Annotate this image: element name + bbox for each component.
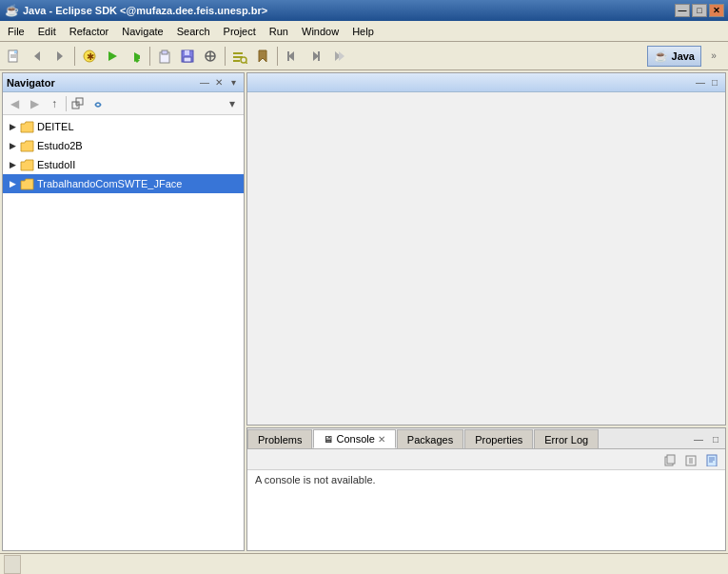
toolbar-tools-button[interactable] — [200, 46, 221, 67]
tab-errorlog[interactable]: Error Log — [534, 429, 599, 448]
navigator-view-menu-button[interactable]: ▾ — [226, 76, 240, 89]
tree-item-trabalhando[interactable]: ▶ TrabalhandoComSWTE_JFace — [3, 174, 244, 193]
svg-line-22 — [246, 62, 247, 64]
menu-file[interactable]: File — [2, 24, 30, 39]
menu-help[interactable]: Help — [346, 24, 380, 39]
console-copy-button[interactable] — [660, 451, 679, 468]
tab-properties[interactable]: Properties — [464, 429, 533, 448]
tree-item-estudo2b[interactable]: ▶ Estudo2B — [3, 136, 244, 155]
navigator-panel-controls: — ✕ ▾ — [198, 76, 240, 89]
svg-rect-11 — [162, 50, 167, 54]
tab-problems[interactable]: Problems — [247, 429, 312, 448]
close-button[interactable]: ✕ — [709, 4, 724, 17]
nav-collapse-button[interactable] — [69, 94, 88, 113]
editor-minimize-button[interactable]: — — [694, 76, 707, 89]
tree-item-deitel[interactable]: ▶ DEITEL — [3, 117, 244, 136]
toolbar-clipboard-button[interactable] — [154, 46, 175, 67]
toolbar-bookmark-button[interactable] — [252, 46, 273, 67]
console-content: A console is not available. — [247, 470, 725, 550]
console-toolbar-bar — [247, 449, 725, 470]
nav-forward-button[interactable]: ▶ — [25, 94, 44, 113]
console-message: A console is not available. — [255, 474, 376, 485]
toolbar-sep-4 — [277, 47, 278, 66]
deitel-toggle[interactable]: ▶ — [7, 121, 18, 132]
toolbar-overflow-button[interactable]: » — [703, 46, 724, 67]
status-bar-left — [4, 555, 724, 574]
toolbar-prev-button[interactable] — [282, 46, 303, 67]
toolbar-search-button[interactable] — [229, 46, 250, 67]
bottom-panel: Problems 🖥 Console ✕ Packages Properties — [246, 427, 726, 551]
svg-marker-29 — [339, 51, 344, 61]
estudo2b-label: Estudo2B — [37, 140, 83, 151]
bottom-minimize-button[interactable]: — — [691, 431, 706, 446]
toolbar-run-button[interactable] — [102, 46, 123, 67]
toolbar-new-button[interactable] — [4, 46, 25, 67]
console-tab-close[interactable]: ✕ — [378, 434, 385, 445]
navigator-header: Navigator — ✕ ▾ — [3, 73, 244, 92]
menu-run[interactable]: Run — [264, 24, 294, 39]
tab-packages[interactable]: Packages — [397, 429, 463, 448]
deitel-icon — [20, 119, 35, 134]
toolbar-next-button[interactable] — [305, 46, 325, 67]
console-tab-icon: 🖥 — [324, 434, 333, 445]
toolbar-back-button[interactable] — [27, 46, 48, 67]
trabalhando-toggle[interactable]: ▶ — [7, 178, 18, 189]
tab-problems-label: Problems — [258, 434, 302, 445]
nav-menu-button[interactable]: ▾ — [223, 94, 242, 113]
navigator-title-text: Navigator — [7, 77, 55, 89]
console-clear-button[interactable] — [702, 451, 721, 468]
toolbar-sep-3 — [225, 47, 226, 66]
menu-window[interactable]: Window — [296, 24, 344, 39]
editor-area: — □ — [246, 72, 726, 426]
estudoii-toggle[interactable]: ▶ — [7, 159, 18, 170]
tab-errorlog-label: Error Log — [544, 434, 588, 445]
toolbar-sep-2 — [149, 47, 150, 66]
nav-sep-1 — [66, 96, 67, 111]
svg-rect-27 — [318, 51, 320, 61]
navigator-close-button[interactable]: ✕ — [212, 76, 226, 89]
svg-marker-23 — [259, 50, 266, 62]
menu-refactor[interactable]: Refactor — [64, 24, 115, 39]
bottom-maximize-button[interactable]: □ — [708, 431, 723, 446]
title-bar-controls[interactable]: — □ ✕ — [675, 4, 724, 17]
perspective-java-icon: ☕ — [654, 49, 669, 64]
svg-rect-34 — [667, 455, 675, 464]
svg-rect-18 — [233, 52, 243, 54]
tree-item-estudoii[interactable]: ▶ EstudoII — [3, 155, 244, 174]
svg-rect-13 — [185, 50, 189, 55]
trabalhando-label: TrabalhandoComSWTE_JFace — [37, 178, 182, 189]
minimize-button[interactable]: — — [675, 4, 690, 17]
menu-navigate[interactable]: Navigate — [116, 24, 168, 39]
estudo2b-toggle[interactable]: ▶ — [7, 140, 18, 151]
editor-maximize-button[interactable]: □ — [708, 76, 721, 89]
nav-up-button[interactable]: ↑ — [45, 94, 64, 113]
navigator-minimize-button[interactable]: — — [198, 76, 211, 89]
estudoii-label: EstudoII — [37, 159, 75, 170]
perspective-java-button[interactable]: ☕ Java — [647, 46, 701, 67]
toolbar-debug-button[interactable]: ✱ — [79, 46, 100, 67]
toolbar-nav-next-button[interactable] — [327, 46, 348, 67]
app-icon: ☕ — [4, 3, 19, 18]
menu-edit[interactable]: Edit — [32, 24, 62, 39]
menu-project[interactable]: Project — [218, 24, 262, 39]
menu-search[interactable]: Search — [171, 24, 216, 39]
perspective-label: Java — [672, 50, 695, 62]
tab-console[interactable]: 🖥 Console ✕ — [313, 429, 395, 448]
title-bar-left: ☕ Java - Eclipse SDK <@mufaza.dee.feis.u… — [4, 3, 267, 18]
maximize-button[interactable]: □ — [692, 4, 707, 17]
navigator-tree: ▶ DEITEL ▶ Estudo2B ▶ EstudoII — [3, 115, 244, 550]
nav-link-button[interactable] — [89, 94, 108, 113]
trabalhando-icon — [20, 176, 35, 191]
menu-bar: File Edit Refactor Navigate Search Proje… — [0, 21, 728, 42]
toolbar-save-button[interactable] — [177, 46, 198, 67]
tab-properties-label: Properties — [475, 434, 522, 445]
toolbar-forward-button[interactable] — [49, 46, 70, 67]
title-bar: ☕ Java - Eclipse SDK <@mufaza.dee.feis.u… — [0, 0, 728, 21]
console-paste-button[interactable] — [681, 451, 700, 468]
nav-back-button[interactable]: ◀ — [5, 94, 24, 113]
toolbar-run-dropdown[interactable] — [125, 46, 146, 67]
deitel-label: DEITEL — [37, 121, 74, 132]
right-panel: — □ Problems 🖥 Console ✕ — [246, 72, 726, 551]
editor-content — [247, 92, 725, 359]
toolbar: ✱ ☕ Java » — [0, 42, 728, 70]
